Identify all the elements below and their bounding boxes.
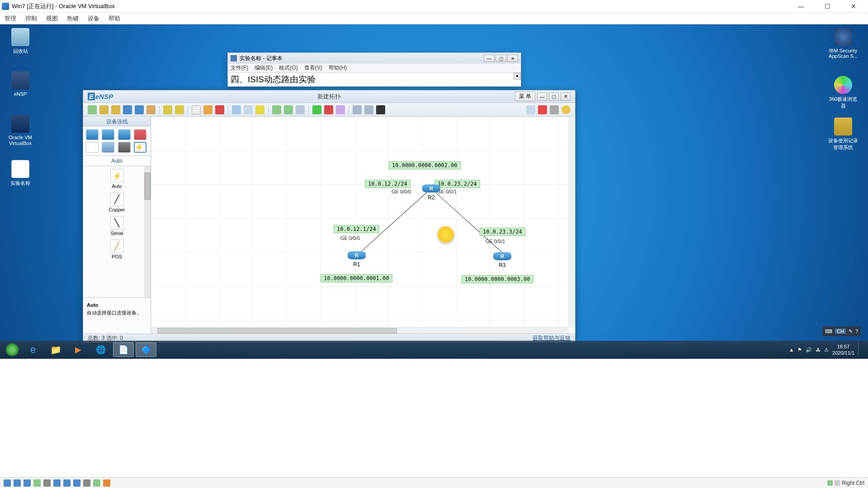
vb-optical-icon[interactable] <box>14 479 21 487</box>
router-r1[interactable]: R1 <box>348 251 366 266</box>
notepad-minimize-button[interactable]: — <box>484 55 495 62</box>
ensp-close-button[interactable]: ✕ <box>561 93 571 101</box>
note-icon[interactable] <box>255 105 264 114</box>
vb-audio-icon[interactable] <box>24 479 31 487</box>
lang-help-icon[interactable]: ? <box>855 328 858 334</box>
help-icon[interactable] <box>561 105 571 114</box>
vb-recording-icon[interactable] <box>73 479 80 487</box>
desktop-icon-appscan[interactable]: IBM Security AppScan S... <box>827 28 859 59</box>
ip-label-r1[interactable]: 10.0.12.1/24 <box>334 225 379 233</box>
connection-auto[interactable]: ⚡ Auto <box>86 169 148 189</box>
folder-icon[interactable] <box>111 105 120 114</box>
ensp-titlebar[interactable]: EeNSP 新建拓扑 菜 单 — ▢ ✕ <box>83 90 575 103</box>
delete-icon[interactable] <box>215 105 224 114</box>
taskbar-notepad[interactable]: 📄 <box>113 343 134 357</box>
redo-icon[interactable] <box>175 105 184 114</box>
start-device-icon[interactable] <box>312 105 321 114</box>
host-menu-devices[interactable]: 设备 <box>88 14 99 23</box>
ip-label-r2-left[interactable]: 10.0.12.2/24 <box>365 180 410 188</box>
huawei-icon[interactable] <box>538 105 547 114</box>
settings-icon[interactable] <box>550 105 559 114</box>
router-r3[interactable]: R3 <box>493 252 511 267</box>
save-icon[interactable] <box>123 105 132 114</box>
notepad-titlebar[interactable]: 实验名称 - 记事本 — ▢ ✕ <box>228 53 521 64</box>
notepad-menu-file[interactable]: 文件(F) <box>231 64 248 72</box>
notepad-menu-view[interactable]: 查看(V) <box>304 64 322 72</box>
taskbar-explorer[interactable]: 📁 <box>45 343 66 357</box>
capture-icon[interactable] <box>336 105 345 114</box>
connection-serial[interactable]: ╲ Serial <box>86 216 148 236</box>
host-menu-control[interactable]: 控制 <box>25 14 37 23</box>
cli-icon[interactable] <box>376 105 385 114</box>
tray-network-icon[interactable]: 🖧 <box>816 347 821 352</box>
ip-label-r2-right[interactable]: 10.0.23.2/24 <box>434 180 480 188</box>
vb-hdd-icon[interactable] <box>4 479 11 487</box>
palette-icon[interactable] <box>232 105 241 114</box>
device-cat-firewall[interactable] <box>134 129 146 140</box>
device-cat-router[interactable] <box>86 129 99 140</box>
text-icon[interactable] <box>244 105 253 114</box>
zoom-fit-icon[interactable] <box>296 105 305 114</box>
ensp-minimize-button[interactable]: — <box>537 93 547 101</box>
host-menu-manage[interactable]: 管理 <box>5 14 16 23</box>
host-minimize-button[interactable]: — <box>792 2 810 11</box>
taskbar-360browser[interactable]: 🌐 <box>90 343 111 357</box>
tray-clock[interactable]: 16:57 2020/11/1 <box>832 343 854 357</box>
notepad-menu-edit[interactable]: 编辑(E) <box>255 64 273 72</box>
message-icon[interactable] <box>526 105 535 114</box>
desktop-icon-360browser[interactable]: 360极速浏览器 <box>827 76 859 109</box>
taskbar-ensp[interactable]: 🔷 <box>136 343 156 357</box>
netid-r3[interactable]: 10.0000.0000.0003.00 <box>462 275 533 283</box>
link-r1-r2[interactable] <box>357 192 428 256</box>
stop-device-icon[interactable] <box>324 105 333 114</box>
notepad-menu-format[interactable]: 格式(O) <box>279 64 297 72</box>
host-menu-view[interactable]: 视图 <box>46 14 58 23</box>
ensp-maximize-button[interactable]: ▢ <box>549 93 559 101</box>
notepad-scroll-up[interactable]: ▲ <box>514 73 521 80</box>
tool-icon-2[interactable] <box>364 105 373 114</box>
device-cat-other[interactable] <box>118 142 131 153</box>
connection-list-scrollbar[interactable] <box>144 166 151 297</box>
zoom-in-icon[interactable] <box>272 105 281 114</box>
pan-icon[interactable] <box>203 105 212 114</box>
lang-indicator[interactable]: CH <box>835 328 846 334</box>
device-cat-pc[interactable] <box>86 142 99 153</box>
link-r2-r3[interactable] <box>436 192 507 256</box>
host-menu-help[interactable]: 帮助 <box>108 14 120 23</box>
tool-icon-1[interactable] <box>353 105 362 114</box>
ip-label-r3[interactable]: 10.0.23.3/24 <box>480 228 525 236</box>
tray-security-icon[interactable]: ⚠ <box>824 347 829 353</box>
vb-shared-folder-icon[interactable] <box>53 479 61 487</box>
host-maximize-button[interactable]: ☐ <box>818 2 836 11</box>
print-icon[interactable] <box>146 105 156 114</box>
new-topo-icon[interactable] <box>88 105 97 114</box>
tray-flag-icon[interactable]: ⚑ <box>797 347 802 353</box>
device-cat-connection[interactable]: ⚡ <box>134 142 146 153</box>
desktop-icon-device-record[interactable]: 设备使用记录管理系统 <box>827 117 859 151</box>
zoom-out-icon[interactable] <box>284 105 293 114</box>
host-menu-hotkeys[interactable]: 热键 <box>67 14 79 23</box>
tray-volume-icon[interactable]: 🔊 <box>806 347 812 353</box>
device-cat-wlan[interactable] <box>118 129 131 140</box>
pointer-icon[interactable] <box>192 105 201 114</box>
topology-canvas[interactable]: 10.0.12.2/24 10.0.23.2/24 10.0.12.1/24 1… <box>151 117 569 327</box>
language-bar[interactable]: ⌨ CH ✎ ? <box>822 326 861 336</box>
netid-r2[interactable]: 10.0000.0000.0002.00 <box>389 161 461 169</box>
vb-network-icon[interactable] <box>33 479 41 487</box>
taskbar-ie[interactable]: e <box>23 343 43 357</box>
connection-copper[interactable]: ╱ Copper <box>86 192 148 212</box>
vb-display-icon[interactable] <box>63 479 71 487</box>
vb-mouse-icon[interactable] <box>93 479 100 487</box>
device-cat-cloud[interactable] <box>102 142 114 153</box>
sidebar-tab-connections[interactable]: 设备连线 <box>83 117 151 127</box>
host-close-button[interactable]: ✕ <box>844 2 863 11</box>
notepad-maximize-button[interactable]: ▢ <box>495 55 506 62</box>
taskbar-media[interactable]: ▶ <box>68 343 89 357</box>
vb-cpu-icon[interactable] <box>83 479 90 487</box>
notepad-close-button[interactable]: ✕ <box>507 55 518 62</box>
notepad-menu-help[interactable]: 帮助(H) <box>329 64 347 72</box>
desktop-icon-recycle-bin[interactable]: 回收站 <box>5 28 36 55</box>
desktop-icon-virtualbox[interactable]: Oracle VM VirtualBox <box>5 115 36 146</box>
vb-clipboard-icon[interactable] <box>103 479 110 487</box>
vb-usb-icon[interactable] <box>43 479 51 487</box>
